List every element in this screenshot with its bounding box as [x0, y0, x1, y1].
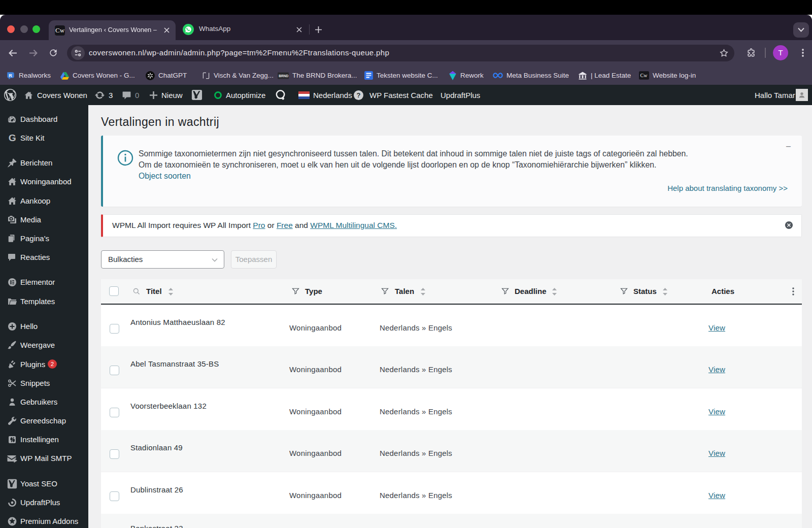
svg-text:R: R	[9, 73, 12, 78]
svg-text:G: G	[9, 133, 16, 143]
svg-text:Cw: Cw	[640, 73, 648, 78]
svg-text:BRND: BRND	[279, 74, 288, 77]
